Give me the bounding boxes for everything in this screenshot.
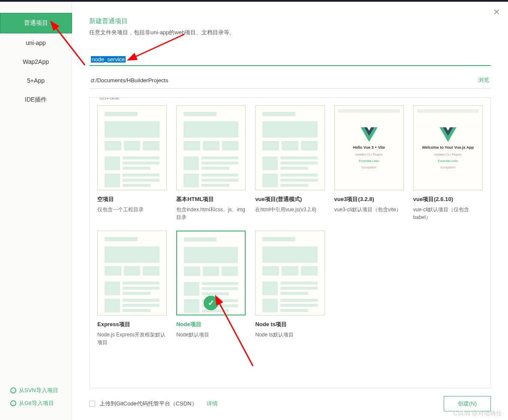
template-desc: 包含index.html和css、js、img目录 (176, 206, 246, 221)
sidebar-item-uniapp[interactable]: uni-app (0, 33, 72, 52)
page-description: 任意文件夹项目，包括非uni-app的web项目、文档目录等。 (89, 29, 491, 36)
template-1[interactable]: 基本HTML项目 包含index.html和css、js、img目录 (176, 105, 246, 221)
import-git-link[interactable]: ↓ 从Git导入项目 (10, 397, 72, 410)
template-6[interactable]: ✓ Node项目 Node默认项目 (176, 231, 246, 346)
template-title: 基本HTML项目 (176, 195, 246, 203)
template-0[interactable]: 空项目 仅包含一个工程目录 (97, 105, 167, 221)
template-title: Express项目 (97, 321, 167, 328)
template-title: vue项目(2.6.10) (413, 195, 483, 203)
template-title: Node项目 (176, 321, 246, 328)
sidebar-item-ide[interactable]: IDE插件 (0, 90, 72, 110)
template-desc: vue3-cli默认项目（包含vite） (334, 206, 404, 213)
template-title: 空项目 (97, 195, 167, 203)
upload-label: 上传到GitCode代码托管平台（CSDN） (99, 400, 197, 408)
upload-checkbox[interactable] (89, 401, 95, 407)
template-desc: Node默认项目 (176, 331, 246, 339)
download-icon: ↓ (10, 387, 16, 393)
template-2[interactable]: vue项目(普通模式) 在html中引用vue.js(v3.2.8) (255, 105, 325, 221)
template-desc: Node.js Express开发框架默认项目 (97, 331, 167, 346)
template-3[interactable]: Hello Vue 3 + Viteinstalled CLI PluginsE… (334, 105, 404, 221)
download-icon: ↓ (10, 400, 16, 406)
template-4[interactable]: Welcome to Your Vue.js Appinstalled CLI … (413, 105, 483, 221)
project-name-input[interactable]: node_service (91, 56, 262, 63)
detail-link[interactable]: 详情 (207, 400, 218, 408)
template-title: Node ts项目 (255, 321, 325, 328)
template-5[interactable]: Express项目 Node.js Express开发框架默认项目 (97, 231, 167, 346)
import-git-label: 从Git导入项目 (19, 399, 54, 407)
close-icon[interactable]: ✕ (493, 7, 500, 17)
import-svn-link[interactable]: ↓ 从SVN导入项目 (10, 384, 72, 397)
template-title: vue项目(普通模式) (255, 195, 325, 203)
template-title: vue3项目(3.2.8) (334, 195, 404, 203)
sidebar-item-5app[interactable]: 5+App (0, 71, 72, 90)
template-desc: 仅包含一个工程目录 (97, 206, 167, 213)
browse-button[interactable]: 浏览 (478, 76, 489, 84)
sidebar-item-normal[interactable]: 普通项目 (0, 13, 72, 33)
template-desc: 在html中引用vue.js(v3.2.8) (255, 206, 325, 213)
template-desc: vue-cli默认项目（仅包含babel） (413, 206, 483, 221)
template-section-label: 选择模板 (96, 97, 123, 101)
page-title: 新建普通项目 (89, 17, 491, 25)
sidebar: 普通项目 uni-app Wap2App 5+App IDE插件 ↓ 从SVN导… (0, 2, 72, 420)
template-7[interactable]: Node ts项目 Node ts默认项目 (255, 231, 325, 346)
project-path[interactable]: d:/Documents/HBuilderProjects (91, 77, 478, 84)
template-desc: Node ts默认项目 (255, 331, 325, 339)
import-svn-label: 从SVN导入项目 (19, 387, 58, 394)
sidebar-item-wap2app[interactable]: Wap2App (0, 52, 72, 71)
create-button[interactable]: 创建(N) (444, 396, 491, 411)
check-icon: ✓ (204, 296, 218, 310)
project-name-row: node_service (89, 54, 491, 66)
